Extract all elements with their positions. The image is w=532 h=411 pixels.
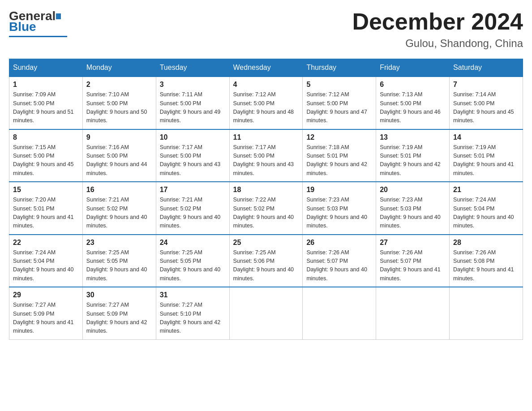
day-info: Sunrise: 7:25 AMSunset: 5:05 PMDaylight:… (86, 248, 152, 283)
day-number: 2 (86, 81, 152, 89)
calendar-cell: 26 Sunrise: 7:26 AMSunset: 5:07 PMDaylig… (303, 235, 376, 287)
calendar-cell: 19 Sunrise: 7:23 AMSunset: 5:03 PMDaylig… (303, 182, 376, 235)
day-number: 23 (86, 239, 152, 247)
calendar-cell: 13 Sunrise: 7:19 AMSunset: 5:01 PMDaylig… (376, 129, 450, 182)
col-thursday: Thursday (303, 59, 376, 77)
day-info: Sunrise: 7:20 AMSunset: 5:01 PMDaylight:… (13, 196, 79, 231)
calendar-cell (229, 287, 303, 339)
calendar-week-row-2: 8 Sunrise: 7:15 AMSunset: 5:00 PMDayligh… (9, 129, 523, 182)
day-info: Sunrise: 7:12 AMSunset: 5:00 PMDaylight:… (306, 90, 372, 125)
day-info: Sunrise: 7:23 AMSunset: 5:03 PMDaylight:… (306, 196, 372, 231)
day-number: 18 (233, 186, 299, 194)
page-header: General Blue December 2024 Gulou, Shando… (9, 9, 523, 50)
calendar-cell: 24 Sunrise: 7:25 AMSunset: 5:05 PMDaylig… (156, 235, 229, 287)
day-number: 28 (453, 239, 519, 247)
logo-blue-row: Blue (9, 20, 36, 34)
calendar-cell: 2 Sunrise: 7:10 AMSunset: 5:00 PMDayligh… (82, 77, 156, 129)
day-number: 11 (233, 133, 299, 141)
day-number: 21 (453, 186, 519, 194)
calendar-week-row-4: 22 Sunrise: 7:24 AMSunset: 5:04 PMDaylig… (9, 235, 523, 287)
day-info: Sunrise: 7:26 AMSunset: 5:08 PMDaylight:… (453, 248, 519, 283)
calendar-cell: 10 Sunrise: 7:17 AMSunset: 5:00 PMDaylig… (156, 129, 229, 182)
col-wednesday: Wednesday (229, 59, 303, 77)
day-number: 22 (13, 239, 79, 247)
day-info: Sunrise: 7:17 AMSunset: 5:00 PMDaylight:… (233, 143, 299, 178)
day-number: 19 (306, 186, 372, 194)
month-title: December 2024 (352, 9, 523, 34)
day-info: Sunrise: 7:09 AMSunset: 5:00 PMDaylight:… (13, 90, 79, 125)
day-info: Sunrise: 7:14 AMSunset: 5:00 PMDaylight:… (453, 90, 519, 125)
day-info: Sunrise: 7:12 AMSunset: 5:00 PMDaylight:… (233, 90, 299, 125)
logo-triangle-icon (56, 13, 61, 19)
day-info: Sunrise: 7:13 AMSunset: 5:00 PMDaylight:… (380, 90, 446, 125)
calendar-cell: 6 Sunrise: 7:13 AMSunset: 5:00 PMDayligh… (376, 77, 450, 129)
day-info: Sunrise: 7:24 AMSunset: 5:04 PMDaylight:… (453, 196, 519, 231)
calendar-cell (450, 287, 523, 339)
calendar-cell: 8 Sunrise: 7:15 AMSunset: 5:00 PMDayligh… (9, 129, 83, 182)
day-number: 4 (233, 81, 299, 89)
calendar-table: Sunday Monday Tuesday Wednesday Thursday… (9, 59, 523, 340)
calendar-cell: 28 Sunrise: 7:26 AMSunset: 5:08 PMDaylig… (450, 235, 523, 287)
day-info: Sunrise: 7:22 AMSunset: 5:02 PMDaylight:… (233, 196, 299, 231)
calendar-cell: 7 Sunrise: 7:14 AMSunset: 5:00 PMDayligh… (450, 77, 523, 129)
calendar-cell: 14 Sunrise: 7:19 AMSunset: 5:01 PMDaylig… (450, 129, 523, 182)
day-number: 6 (380, 81, 446, 89)
day-info: Sunrise: 7:21 AMSunset: 5:02 PMDaylight:… (160, 196, 226, 231)
calendar-cell: 20 Sunrise: 7:23 AMSunset: 5:03 PMDaylig… (376, 182, 450, 235)
calendar-cell: 12 Sunrise: 7:18 AMSunset: 5:01 PMDaylig… (303, 129, 376, 182)
day-number: 12 (306, 133, 372, 141)
calendar-week-row-3: 15 Sunrise: 7:20 AMSunset: 5:01 PMDaylig… (9, 182, 523, 235)
day-number: 16 (86, 186, 152, 194)
day-info: Sunrise: 7:19 AMSunset: 5:01 PMDaylight:… (453, 143, 519, 178)
calendar-week-row-1: 1 Sunrise: 7:09 AMSunset: 5:00 PMDayligh… (9, 77, 523, 129)
location-title: Gulou, Shandong, China (352, 37, 523, 50)
day-info: Sunrise: 7:26 AMSunset: 5:07 PMDaylight:… (306, 248, 372, 283)
col-tuesday: Tuesday (156, 59, 229, 77)
calendar-cell: 30 Sunrise: 7:27 AMSunset: 5:09 PMDaylig… (82, 287, 156, 339)
calendar-cell: 27 Sunrise: 7:26 AMSunset: 5:07 PMDaylig… (376, 235, 450, 287)
day-number: 29 (13, 291, 79, 299)
calendar-cell: 3 Sunrise: 7:11 AMSunset: 5:00 PMDayligh… (156, 77, 229, 129)
day-number: 31 (160, 291, 226, 299)
day-number: 10 (160, 133, 226, 141)
calendar-cell: 25 Sunrise: 7:25 AMSunset: 5:06 PMDaylig… (229, 235, 303, 287)
calendar-cell: 15 Sunrise: 7:20 AMSunset: 5:01 PMDaylig… (9, 182, 83, 235)
logo-underline (9, 36, 67, 37)
day-number: 14 (453, 133, 519, 141)
calendar-cell (376, 287, 450, 339)
day-info: Sunrise: 7:21 AMSunset: 5:02 PMDaylight:… (86, 196, 152, 231)
calendar-cell: 22 Sunrise: 7:24 AMSunset: 5:04 PMDaylig… (9, 235, 83, 287)
day-number: 25 (233, 239, 299, 247)
day-number: 27 (380, 239, 446, 247)
calendar-cell: 1 Sunrise: 7:09 AMSunset: 5:00 PMDayligh… (9, 77, 83, 129)
day-info: Sunrise: 7:27 AMSunset: 5:10 PMDaylight:… (160, 301, 226, 336)
col-sunday: Sunday (9, 59, 83, 77)
day-number: 15 (13, 186, 79, 194)
day-info: Sunrise: 7:18 AMSunset: 5:01 PMDaylight:… (306, 143, 372, 178)
day-info: Sunrise: 7:15 AMSunset: 5:00 PMDaylight:… (13, 143, 79, 178)
calendar-cell: 23 Sunrise: 7:25 AMSunset: 5:05 PMDaylig… (82, 235, 156, 287)
calendar-header-row: Sunday Monday Tuesday Wednesday Thursday… (9, 59, 523, 77)
day-info: Sunrise: 7:27 AMSunset: 5:09 PMDaylight:… (13, 301, 79, 336)
col-monday: Monday (82, 59, 156, 77)
calendar-cell: 11 Sunrise: 7:17 AMSunset: 5:00 PMDaylig… (229, 129, 303, 182)
calendar-cell: 29 Sunrise: 7:27 AMSunset: 5:09 PMDaylig… (9, 287, 83, 339)
calendar-cell: 21 Sunrise: 7:24 AMSunset: 5:04 PMDaylig… (450, 182, 523, 235)
day-number: 3 (160, 81, 226, 89)
day-info: Sunrise: 7:24 AMSunset: 5:04 PMDaylight:… (13, 248, 79, 283)
day-number: 9 (86, 133, 152, 141)
day-number: 24 (160, 239, 226, 247)
day-info: Sunrise: 7:25 AMSunset: 5:05 PMDaylight:… (160, 248, 226, 283)
calendar-cell: 5 Sunrise: 7:12 AMSunset: 5:00 PMDayligh… (303, 77, 376, 129)
day-info: Sunrise: 7:16 AMSunset: 5:00 PMDaylight:… (86, 143, 152, 178)
calendar-cell (303, 287, 376, 339)
calendar-cell: 31 Sunrise: 7:27 AMSunset: 5:10 PMDaylig… (156, 287, 229, 339)
day-number: 26 (306, 239, 372, 247)
day-number: 13 (380, 133, 446, 141)
title-area: December 2024 Gulou, Shandong, China (352, 9, 523, 50)
calendar-cell: 4 Sunrise: 7:12 AMSunset: 5:00 PMDayligh… (229, 77, 303, 129)
day-info: Sunrise: 7:25 AMSunset: 5:06 PMDaylight:… (233, 248, 299, 283)
calendar-cell: 18 Sunrise: 7:22 AMSunset: 5:02 PMDaylig… (229, 182, 303, 235)
day-number: 7 (453, 81, 519, 89)
calendar-cell: 16 Sunrise: 7:21 AMSunset: 5:02 PMDaylig… (82, 182, 156, 235)
